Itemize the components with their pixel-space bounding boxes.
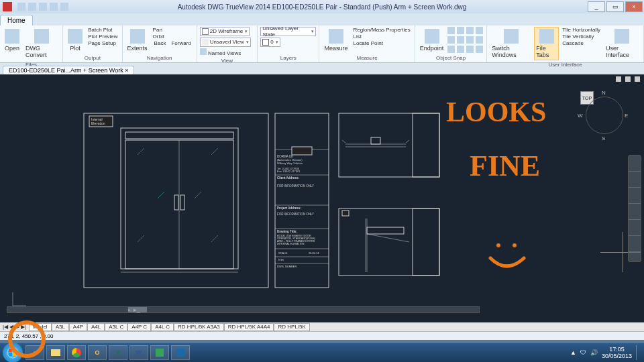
dwg-icon <box>176 349 184 357</box>
ui-button[interactable]: User Interface <box>604 27 641 60</box>
start-button[interactable] <box>3 343 23 362</box>
tray-icon[interactable]: ▲ <box>570 349 576 356</box>
clock-time[interactable]: 17:05 <box>602 346 632 353</box>
osnap-icon[interactable] <box>476 36 483 44</box>
visual-style-select[interactable]: 2D Wireframe <box>200 27 250 36</box>
osnap-icon[interactable] <box>466 46 474 53</box>
layout-tab-model[interactable]: Model <box>29 323 52 331</box>
layout-tab[interactable]: RD HPL/5K <box>274 323 309 331</box>
dwg-convert-button[interactable]: DWG Convert <box>23 27 60 60</box>
region-mass-button[interactable]: Region/Mass Properties <box>352 27 411 33</box>
system-tray[interactable]: ▲ 🛡 🔊 17:05 30/05/2013 <box>570 345 641 360</box>
horizontal-scrollbar[interactable] <box>7 306 480 313</box>
osnap-icon[interactable] <box>457 27 464 34</box>
osnap-icon[interactable] <box>466 36 474 44</box>
osnap-icon[interactable] <box>476 27 483 34</box>
taskbar-excel[interactable]: X <box>109 345 127 360</box>
svg-text:FOR INFORMATION ONLY: FOR INFORMATION ONLY <box>277 184 314 188</box>
crosshair <box>623 232 623 272</box>
list-button[interactable]: List <box>352 34 411 40</box>
minimize-button[interactable]: _ <box>588 1 605 12</box>
tray-icon[interactable]: 🔊 <box>590 349 598 356</box>
show-desktop-button[interactable] <box>636 345 641 360</box>
osnap-icon[interactable] <box>457 36 464 44</box>
dwg-icon <box>156 349 164 357</box>
svg-rect-0 <box>84 113 268 288</box>
batch-plot-button[interactable]: Batch Plot <box>87 27 119 33</box>
layout-tab[interactable]: RD HPL/5K A3A3 <box>174 323 224 331</box>
layout-tab[interactable]: A4P C <box>127 323 151 331</box>
commandline[interactable]: × ▸_ <box>127 306 143 313</box>
locate-point-button[interactable]: Locate Point <box>352 40 411 46</box>
page-setup-button[interactable]: Page Setup <box>87 40 119 46</box>
osnap-icon[interactable] <box>466 27 474 34</box>
quick-access-toolbar[interactable] <box>17 3 68 11</box>
taskbar-chrome[interactable] <box>67 345 86 360</box>
layer-select[interactable]: 0 <box>260 38 280 47</box>
measure-icon <box>329 29 343 44</box>
navigation-bar[interactable] <box>628 155 641 262</box>
tray-icon[interactable]: 🛡 <box>580 349 586 356</box>
taskbar-dwg2[interactable] <box>171 345 190 360</box>
qat-btn[interactable] <box>39 3 47 11</box>
osnap-icon[interactable] <box>447 27 455 34</box>
clock-date[interactable]: 30/05/2013 <box>602 353 632 359</box>
svg-rect-63 <box>13 349 16 352</box>
svg-rect-51 <box>413 208 439 276</box>
plot-preview-button[interactable]: Plot Preview <box>87 34 119 40</box>
layout-nav-buttons[interactable]: |◀ ◀ ▶ ▶| <box>0 324 29 330</box>
qat-btn[interactable] <box>17 3 25 11</box>
osnap-icon[interactable] <box>457 46 464 53</box>
measure-button[interactable]: Measure <box>322 27 350 54</box>
osnap-icon[interactable] <box>447 46 455 53</box>
named-views-button[interactable]: Named Views <box>200 48 241 56</box>
svg-rect-44 <box>413 113 439 177</box>
back-button[interactable]: Back <box>153 40 168 46</box>
vp-max-icon[interactable] <box>625 76 631 82</box>
layout-tab[interactable]: A3L <box>52 323 69 331</box>
taskbar-word[interactable]: W <box>129 345 148 360</box>
file-tabs-button[interactable]: File Tabs <box>534 27 559 60</box>
compass-ring[interactable] <box>586 97 623 134</box>
taskbar-explorer[interactable] <box>46 345 65 360</box>
viewcube[interactable]: N S W E TOP <box>580 91 627 138</box>
open-button[interactable]: Open <box>3 27 21 54</box>
drawing-content: Internal Elevation DORMA UK (Automatics … <box>77 108 513 309</box>
tile-vert-button[interactable]: Tile Vertically <box>561 34 602 40</box>
pan-button[interactable]: Pan <box>152 27 194 33</box>
svg-text:INTERNAL ELEVATION: INTERNAL ELEVATION <box>277 243 305 245</box>
layout-tab[interactable]: A4P <box>69 323 87 331</box>
layout-tab[interactable]: A3L C <box>105 323 127 331</box>
switch-windows-button[interactable]: Switch Windows <box>490 27 532 60</box>
maximize-button[interactable]: ▭ <box>606 1 624 12</box>
osnap-icon[interactable] <box>476 46 483 53</box>
qat-btn[interactable] <box>28 3 36 11</box>
taskbar-outlook[interactable]: O <box>88 345 107 360</box>
taskbar-dwg[interactable] <box>150 345 169 360</box>
osnap-icon[interactable] <box>447 36 455 44</box>
layer-state-select[interactable]: Unsaved Layer State <box>260 27 316 36</box>
taskbar-ie[interactable]: e <box>25 345 44 360</box>
saved-view-select[interactable]: Unsaved View <box>200 38 251 47</box>
ribbon-tab-home[interactable]: Home <box>0 15 33 25</box>
svg-rect-8 <box>180 195 184 210</box>
svg-text:FOR INFORMATION ONLY: FOR INFORMATION ONLY <box>277 213 314 216</box>
forward-button[interactable]: Forward <box>170 40 192 46</box>
vp-close-icon[interactable] <box>635 76 640 82</box>
endpoint-button[interactable]: Endpoint <box>418 27 446 54</box>
layout-tab[interactable]: A4L <box>87 323 105 331</box>
orbit-button[interactable]: Orbit <box>152 34 194 40</box>
plot-button[interactable]: Plot <box>66 27 85 54</box>
cascade-button[interactable]: Cascade <box>561 40 602 46</box>
layout-tab[interactable]: A4L C <box>151 323 174 331</box>
close-button[interactable]: × <box>625 1 643 12</box>
qat-btn[interactable] <box>50 3 58 11</box>
qat-btn[interactable] <box>60 3 68 11</box>
layout-tab[interactable]: RD HPL/5K A4A4 <box>224 323 274 331</box>
svg-rect-62 <box>9 349 12 352</box>
tile-horiz-button[interactable]: Tile Horizontally <box>561 27 602 33</box>
drawing-canvas[interactable]: N S W E TOP Internal Elevation DORMA UK … <box>0 74 644 322</box>
extents-button[interactable]: Extents <box>125 27 150 54</box>
vp-min-icon[interactable] <box>616 76 621 82</box>
file-tab[interactable]: ED100-ED250LE Pai...Arm + Screen Work × <box>3 66 134 74</box>
